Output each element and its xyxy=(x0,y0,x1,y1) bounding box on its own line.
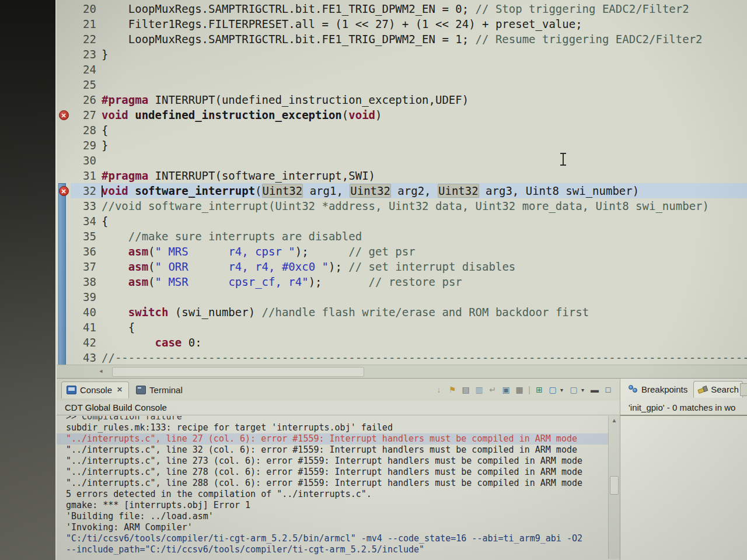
code-line-34[interactable]: 34{ xyxy=(57,214,747,229)
error-icon[interactable]: ✕ xyxy=(59,110,69,120)
gutter-marker xyxy=(57,214,71,229)
code-line-32[interactable]: ✕32void software_interrupt(Uint32 arg1, … xyxy=(57,183,747,198)
code-line-33[interactable]: 33//void software_interrupt(Uint32 *addr… xyxy=(57,198,747,214)
code-line-24[interactable]: 24 xyxy=(57,62,747,77)
view-menu-icon[interactable]: ▢ xyxy=(568,384,580,396)
console-icon xyxy=(67,386,76,394)
code-text: switch (swi_number) //handle flash write… xyxy=(102,304,747,320)
code-line-21[interactable]: 21 Filter1Regs.FILTERPRESET.all = (1 << … xyxy=(57,16,747,32)
console-tab-bar: Console ✕ Terminal ↓⚑▤▥↵▣▦|⊞▢▾▢▾▬□ xyxy=(57,379,620,401)
gutter-marker xyxy=(57,168,71,183)
code-text: //--------------------------------------… xyxy=(102,350,747,365)
code-line-30[interactable]: 30 xyxy=(57,153,747,168)
code-line-39[interactable]: 39 xyxy=(57,289,747,304)
code-line-35[interactable]: 35 //make sure interrupts are disabled xyxy=(57,229,747,244)
code-line-25[interactable]: 25 xyxy=(57,77,747,92)
maximize-icon[interactable]: □ xyxy=(602,384,614,396)
error-marker[interactable]: ✕ xyxy=(57,183,71,198)
separator: | xyxy=(527,384,532,396)
code-line-29[interactable]: 29} xyxy=(57,138,747,153)
code-line-36[interactable]: 36 asm(" MRS r4, cpsr "); // get psr xyxy=(57,244,747,259)
scroll-lock-icon[interactable]: ▥ xyxy=(473,384,485,396)
code-line-23[interactable]: 23} xyxy=(57,47,747,62)
editor-horizontal-scrollbar[interactable]: ◂ xyxy=(57,365,747,378)
line-number: 25 xyxy=(71,77,102,92)
line-number: 32 xyxy=(71,183,102,198)
line-number: 24 xyxy=(71,62,102,77)
ide-window: 20 LoopMuxRegs.SAMPTRIGCTRL.bit.FE1_TRIG… xyxy=(57,0,747,560)
code-line-31[interactable]: 31#pragma INTERRUPT(software_interrupt,S… xyxy=(57,168,747,183)
console-line: 5 errors detected in the compilation of … xyxy=(57,489,608,500)
code-line-20[interactable]: 20 LoopMuxRegs.SAMPTRIGCTRL.bit.FE1_TRIG… xyxy=(57,1,747,16)
open-console-icon[interactable]: ⊞ xyxy=(533,384,545,396)
code-line-26[interactable]: 26#pragma INTERRUPT(undefined_instructio… xyxy=(57,92,747,107)
tab-breakpoints[interactable]: Breakpoints xyxy=(625,382,691,397)
scrollbar-thumb[interactable] xyxy=(610,476,619,495)
code-area[interactable]: 20 LoopMuxRegs.SAMPTRIGCTRL.bit.FE1_TRIG… xyxy=(57,1,747,365)
right-panel-tab-bar: Breakpoints Search xyxy=(620,379,747,400)
code-text: void undefined_instruction_exception(voi… xyxy=(102,107,747,123)
display-selected-console-icon[interactable]: ▢ xyxy=(547,384,558,396)
line-number: 20 xyxy=(71,1,102,16)
code-line-27[interactable]: ✕27void undefined_instruction_exception(… xyxy=(57,107,747,123)
code-text: #pragma INTERRUPT(undefined_instruction_… xyxy=(102,92,747,107)
line-number: 38 xyxy=(71,274,102,289)
scroll-to-end-icon[interactable]: ↓ xyxy=(433,384,445,396)
line-number: 42 xyxy=(71,335,102,350)
close-icon[interactable]: ✕ xyxy=(116,386,124,394)
code-text: asm(" MRS r4, cpsr "); // get psr xyxy=(102,244,747,259)
search-result-status: 'init_gpio' - 0 matches in wo xyxy=(620,401,747,416)
breakpoints-icon xyxy=(629,385,638,393)
gutter-marker xyxy=(57,259,71,274)
console-line: "C:/ti/ccsv6/tools/compiler/ti-cgt-arm_5… xyxy=(57,533,608,544)
console-description: CDT Global Build Console xyxy=(57,401,620,415)
console-vertical-scrollbar[interactable]: ▲ xyxy=(608,416,620,559)
scroll-up-arrow-icon[interactable]: ▲ xyxy=(609,417,620,424)
chevron-down-icon[interactable]: ▾ xyxy=(560,387,566,393)
code-line-42[interactable]: 42 case 0: xyxy=(57,335,747,350)
code-line-43[interactable]: 43//------------------------------------… xyxy=(57,350,747,365)
code-line-41[interactable]: 41 { xyxy=(57,320,747,335)
code-text: Filter1Regs.FILTERPRESET.all = (1 << 27)… xyxy=(102,16,747,32)
code-text: } xyxy=(102,138,747,153)
error-marker[interactable]: ✕ xyxy=(57,107,71,123)
error-link[interactable]: "../interrupts.c", line 27 (col. 6): err… xyxy=(57,433,608,444)
code-editor[interactable]: 20 LoopMuxRegs.SAMPTRIGCTRL.bit.FE1_TRIG… xyxy=(57,0,747,378)
line-number: 30 xyxy=(71,153,102,168)
line-number: 35 xyxy=(71,229,102,244)
scrollbar-thumb[interactable] xyxy=(112,367,364,377)
code-line-40[interactable]: 40 switch (swi_number) //handle flash wr… xyxy=(57,304,747,320)
gutter-marker xyxy=(57,123,71,138)
scroll-left-arrow-icon[interactable]: ◂ xyxy=(99,366,103,375)
chevron-down-icon[interactable]: ▾ xyxy=(581,387,587,393)
code-text: LoopMuxRegs.SAMPTRIGCTRL.bit.FE1_TRIG_DP… xyxy=(102,1,747,16)
clear-console-icon[interactable]: ▤ xyxy=(460,384,472,396)
gutter-marker xyxy=(57,47,71,62)
tab-terminal-label: Terminal xyxy=(149,385,183,395)
show-stdout-icon[interactable]: ▣ xyxy=(500,384,512,396)
code-line-28[interactable]: 28{ xyxy=(57,123,747,138)
pin-console-icon[interactable]: ⚑ xyxy=(446,384,458,396)
copy-output-icon[interactable]: ▦ xyxy=(514,384,525,396)
line-number: 41 xyxy=(71,320,102,335)
code-line-38[interactable]: 38 asm(" MSR cpsr_cf, r4"); // restore p… xyxy=(57,274,747,289)
tab-console[interactable]: Console ✕ xyxy=(61,382,129,398)
code-line-37[interactable]: 37 asm(" ORR r4, r4, #0xc0 "); // set in… xyxy=(57,259,747,274)
line-number: 29 xyxy=(71,138,102,153)
line-number: 36 xyxy=(71,244,102,259)
code-line-22[interactable]: 22 LoopMuxRegs.SAMPTRIGCTRL.bit.FE1_TRIG… xyxy=(57,32,747,47)
tab-search[interactable]: Search xyxy=(693,381,743,398)
minimize-icon[interactable]: ▬ xyxy=(589,384,601,396)
gutter-marker xyxy=(57,304,71,320)
gutter-marker xyxy=(57,244,71,259)
word-wrap-icon[interactable]: ↵ xyxy=(487,384,498,396)
search-breakpoints-panel: Breakpoints Search 'init_gpio' - 0 match… xyxy=(620,378,747,560)
console-line: "../interrupts.c", line 32 (col. 6): err… xyxy=(57,444,608,456)
error-icon[interactable]: ✕ xyxy=(59,186,69,196)
line-number: 31 xyxy=(71,168,102,183)
code-text: asm(" MSR cpsr_cf, r4"); // restore psr xyxy=(102,274,747,289)
tab-terminal[interactable]: Terminal xyxy=(131,382,187,398)
tab-breakpoints-label: Breakpoints xyxy=(641,384,687,394)
gutter-marker xyxy=(57,138,71,153)
console-line: 'Invoking: ARM Compiler' xyxy=(57,522,608,533)
